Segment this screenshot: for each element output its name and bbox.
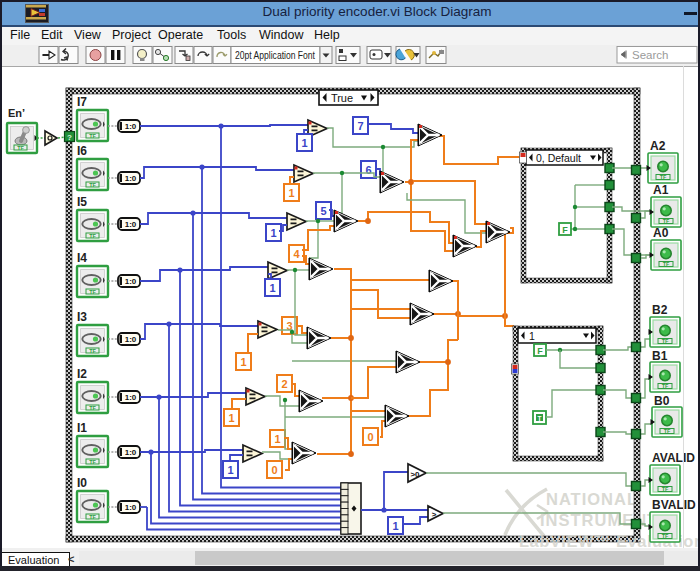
svg-text:1: 1 bbox=[228, 412, 234, 424]
svg-text:En’: En’ bbox=[8, 107, 25, 119]
svg-text:I3: I3 bbox=[77, 310, 87, 324]
svg-text:1: 1 bbox=[392, 520, 398, 532]
svg-text:0, Default: 0, Default bbox=[536, 152, 581, 164]
svg-text:1: 1 bbox=[288, 187, 294, 199]
svg-text:NATIONAL: NATIONAL bbox=[546, 490, 638, 508]
svg-text:B2: B2 bbox=[652, 303, 668, 317]
svg-text:F: F bbox=[562, 225, 568, 235]
svg-text:2: 2 bbox=[281, 378, 287, 390]
svg-text:4: 4 bbox=[293, 248, 300, 260]
svg-text:I6: I6 bbox=[77, 144, 87, 158]
svg-text:I0: I0 bbox=[77, 476, 87, 490]
svg-text:AVALID: AVALID bbox=[652, 451, 695, 465]
svg-text:A0: A0 bbox=[653, 226, 669, 240]
svg-text:>: > bbox=[432, 510, 437, 519]
svg-text:>0: >0 bbox=[410, 470, 420, 479]
svg-text:20pt Application Font: 20pt Application Font bbox=[235, 50, 315, 61]
svg-text:TF: TF bbox=[17, 145, 24, 151]
svg-text:B0: B0 bbox=[654, 394, 670, 408]
svg-text:True: True bbox=[331, 92, 353, 104]
svg-text:Search: Search bbox=[632, 49, 668, 61]
svg-text:1: 1 bbox=[274, 433, 280, 445]
svg-text:5: 5 bbox=[320, 205, 326, 217]
svg-text:0: 0 bbox=[271, 464, 277, 476]
svg-text:0: 0 bbox=[367, 431, 373, 443]
svg-text:1: 1 bbox=[240, 356, 246, 368]
svg-text:1: 1 bbox=[269, 282, 275, 294]
svg-text:I2: I2 bbox=[77, 367, 87, 381]
svg-text:?: ? bbox=[67, 133, 72, 142]
svg-text:1: 1 bbox=[529, 330, 535, 342]
svg-text:1: 1 bbox=[227, 464, 233, 476]
svg-text:I7: I7 bbox=[77, 95, 87, 109]
svg-text:I1: I1 bbox=[77, 421, 87, 435]
svg-text:I5: I5 bbox=[77, 195, 87, 209]
svg-text:B1: B1 bbox=[652, 349, 668, 363]
svg-text:I4: I4 bbox=[77, 251, 87, 265]
svg-text:1: 1 bbox=[301, 137, 307, 149]
svg-text:A2: A2 bbox=[650, 139, 666, 153]
svg-text:1: 1 bbox=[270, 227, 276, 239]
svg-text:BVALID: BVALID bbox=[652, 498, 696, 512]
svg-text:F: F bbox=[537, 346, 543, 356]
svg-text:T: T bbox=[538, 415, 542, 422]
svg-text:A1: A1 bbox=[653, 183, 669, 197]
svg-text:7: 7 bbox=[357, 120, 363, 132]
